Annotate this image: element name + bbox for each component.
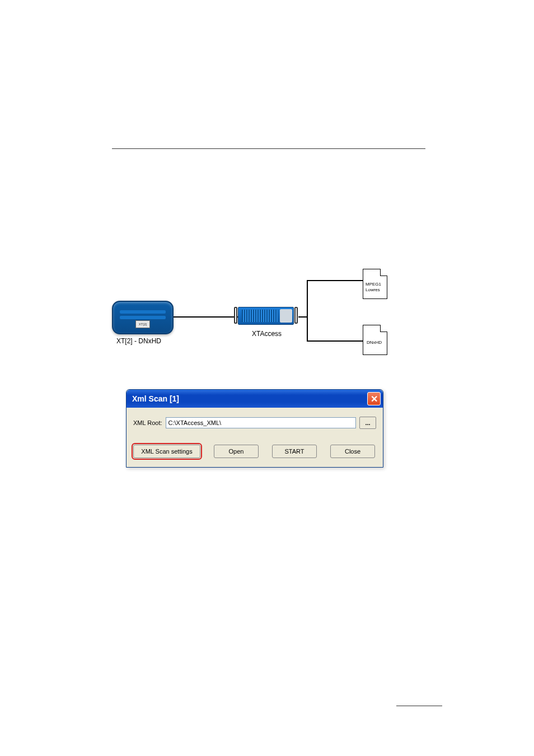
open-button[interactable]: Open bbox=[214, 445, 259, 458]
xta-grille bbox=[242, 310, 278, 322]
xml-root-input[interactable] bbox=[166, 417, 356, 428]
file-mpeg-icon: MPEG1 Lowres bbox=[363, 269, 387, 299]
file-label: DNxHD bbox=[367, 340, 382, 346]
connector-line bbox=[307, 340, 363, 342]
xta-handle bbox=[294, 307, 298, 324]
page-rule bbox=[396, 706, 442, 706]
file-dnxhd-icon: DNxHD bbox=[363, 325, 387, 355]
start-button[interactable]: START bbox=[272, 445, 317, 458]
workflow-diagram: XT[2] XT[2] - DNxHD XTAccess MPEG1 Lowre… bbox=[112, 269, 397, 353]
connector-line bbox=[307, 280, 308, 342]
connector-line bbox=[298, 316, 307, 318]
button-row: XML Scan settings Open START Close bbox=[133, 445, 376, 458]
close-button[interactable]: Close bbox=[330, 445, 375, 458]
xt2-chip-label: XT[2] bbox=[135, 320, 150, 328]
xml-root-label: XML Root: bbox=[133, 419, 162, 426]
dialog-titlebar[interactable]: Xml Scan [1] ✕ bbox=[127, 390, 383, 408]
dialog-body: XML Root: ... XML Scan settings Open STA… bbox=[127, 408, 383, 467]
connector-line bbox=[307, 280, 363, 281]
xml-scan-settings-button[interactable]: XML Scan settings bbox=[133, 445, 200, 458]
browse-button[interactable]: ... bbox=[359, 417, 376, 429]
section-rule bbox=[112, 148, 425, 149]
xml-scan-dialog: Xml Scan [1] ✕ XML Root: ... XML Scan se… bbox=[126, 389, 383, 468]
xt2-caption: XT[2] - DNxHD bbox=[116, 337, 161, 345]
xta-panel bbox=[280, 309, 292, 323]
close-icon[interactable]: ✕ bbox=[367, 392, 381, 405]
xta-handle bbox=[234, 307, 237, 324]
file-label: MPEG1 Lowres bbox=[366, 282, 381, 293]
dialog-title: Xml Scan [1] bbox=[132, 394, 367, 403]
xtaccess-caption: XTAccess bbox=[252, 330, 282, 338]
xt2-device-graphic bbox=[112, 301, 174, 334]
xml-root-row: XML Root: ... bbox=[133, 417, 376, 429]
connector-line bbox=[174, 316, 238, 318]
